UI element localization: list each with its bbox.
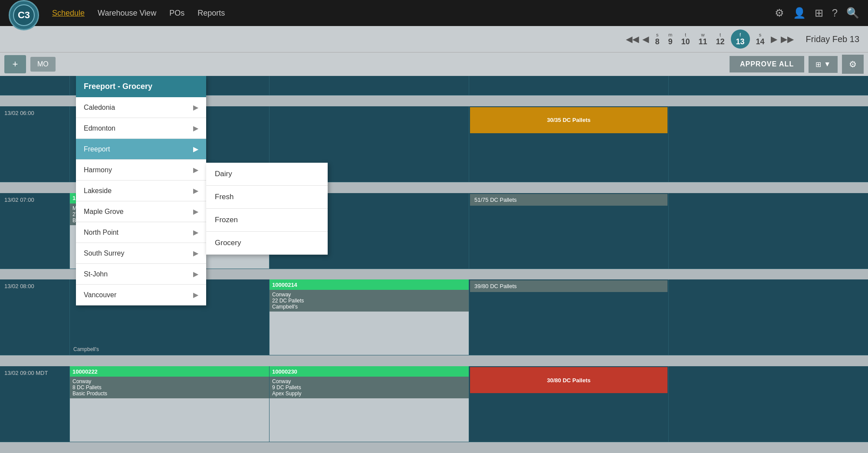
grid-cell-0600-4[interactable] bbox=[668, 106, 868, 182]
time-slot-0900: 13/02 09:00 MDT bbox=[0, 366, 69, 442]
col-header-4 bbox=[668, 76, 868, 95]
grid-cell-0800-3[interactable]: 39/80 DC Pallets bbox=[469, 279, 668, 355]
menu-item-south-surrey[interactable]: South Surrey ▶ bbox=[76, 243, 206, 264]
settings-button[interactable]: ⚙ bbox=[842, 55, 864, 74]
menu-item-lakeside[interactable]: Lakeside ▶ bbox=[76, 181, 206, 201]
add-button[interactable]: + bbox=[4, 55, 26, 73]
menu-item-st-john[interactable]: St-John ▶ bbox=[76, 264, 206, 285]
settings-icon[interactable]: ⚙ bbox=[775, 7, 784, 19]
sub-menu-grocery[interactable]: Grocery bbox=[206, 232, 328, 255]
menu-item-harmony[interactable]: Harmony ▶ bbox=[76, 160, 206, 181]
day-thu-12[interactable]: t 12 bbox=[713, 30, 727, 48]
topbar: C3 Schedule Warehouse View POs Reports ⚙… bbox=[0, 0, 868, 26]
forward-btn[interactable]: ▶ bbox=[771, 34, 777, 44]
arrow-st-john: ▶ bbox=[193, 270, 198, 278]
card-id-0800-2: 10000214 bbox=[270, 279, 469, 290]
nav-reports[interactable]: Reports bbox=[197, 9, 225, 18]
card-body-0900-1: Conway 8 DC Pallets Basic Products bbox=[70, 377, 269, 398]
grid-cell-0800-4[interactable] bbox=[668, 279, 868, 355]
arrow-south-surrey: ▶ bbox=[193, 249, 198, 257]
back-btn[interactable]: ◀ bbox=[642, 34, 649, 44]
menu-item-north-point[interactable]: North Point ▶ bbox=[76, 222, 206, 243]
nav-icons: ⚙ 👤 ⊞ ? 🔍 bbox=[775, 7, 859, 19]
mode-button[interactable]: MO bbox=[30, 57, 56, 72]
sub-menu-frozen[interactable]: Frozen bbox=[206, 209, 328, 232]
grid-cell-0700-3[interactable]: 51/75 DC Pallets bbox=[469, 193, 668, 269]
skip-back-btn[interactable]: ◀◀ bbox=[626, 34, 639, 44]
nav-links: Schedule Warehouse View POs Reports bbox=[52, 9, 225, 18]
arrow-freeport: ▶ bbox=[193, 145, 198, 153]
help-icon[interactable]: ? bbox=[832, 7, 838, 19]
dc-pallets-text-0800: 39/80 DC Pallets bbox=[470, 280, 667, 292]
user-icon[interactable]: 👤 bbox=[793, 7, 806, 19]
grid-icon[interactable]: ⊞ bbox=[815, 7, 823, 19]
nav-warehouse[interactable]: Warehouse View bbox=[98, 9, 156, 18]
arrow-harmony: ▶ bbox=[193, 166, 198, 174]
day-wed-11[interactable]: w 11 bbox=[696, 30, 710, 48]
col-header-2 bbox=[269, 76, 469, 95]
main-content: 13/02 06:00 30/35 DC Pallets 13/02 07:00… bbox=[0, 76, 868, 453]
dc-pallets-text-0700: 51/75 DC Pallets bbox=[470, 194, 667, 206]
day-sat-14[interactable]: s 14 bbox=[753, 30, 767, 48]
card-id-0900-1: 10000222 bbox=[70, 366, 269, 377]
menu-item-edmonton[interactable]: Edmonton ▶ bbox=[76, 118, 206, 139]
grid-cell-0700-4[interactable] bbox=[668, 193, 868, 269]
time-slot-0600: 13/02 06:00 bbox=[0, 106, 69, 182]
app-logo: C3 bbox=[9, 0, 39, 30]
current-date: Friday Feb 13 bbox=[806, 34, 859, 44]
grid-cell-0900-3[interactable]: 30/80 DC Pallets bbox=[469, 366, 668, 442]
skip-forward-btn[interactable]: ▶▶ bbox=[781, 34, 794, 44]
arrow-vancouver: ▶ bbox=[193, 291, 198, 299]
card-body-0800-2: Conway 22 DC Pallets Campbell's bbox=[270, 290, 469, 312]
dc-pallets-red-0900: 30/80 DC Pallets bbox=[470, 367, 667, 393]
day-mon-9[interactable]: m 9 bbox=[665, 30, 675, 48]
logo-inner: C3 bbox=[13, 4, 35, 26]
grid-cell-0900-1[interactable]: 10000222 Conway 8 DC Pallets Basic Produ… bbox=[69, 366, 269, 442]
main-menu: Freeport - Grocery Caledonia ▶ Edmonton … bbox=[76, 76, 206, 305]
grid-view-button[interactable]: ⊞ ▼ bbox=[809, 56, 838, 73]
menu-item-freeport[interactable]: Freeport ▶ bbox=[76, 139, 206, 160]
subheader: ◀◀ ◀ s 8 m 9 t 10 w 11 t 12 f 13 s 14 bbox=[0, 26, 868, 52]
menu-item-vancouver[interactable]: Vancouver ▶ bbox=[76, 285, 206, 305]
schedule-grid: 13/02 06:00 30/35 DC Pallets 13/02 07:00… bbox=[0, 76, 868, 453]
dc-pallets-gold-0600: 30/35 DC Pallets bbox=[470, 107, 667, 133]
nav-schedule[interactable]: Schedule bbox=[52, 9, 85, 18]
arrow-lakeside: ▶ bbox=[193, 187, 198, 195]
arrow-north-point: ▶ bbox=[193, 228, 198, 236]
menu-header: Freeport - Grocery bbox=[76, 76, 206, 97]
day-fri-13[interactable]: f 13 bbox=[731, 30, 750, 49]
time-header bbox=[0, 76, 69, 95]
sub-menu-dairy[interactable]: Dairy bbox=[206, 163, 328, 186]
menu-item-maple-grove[interactable]: Maple Grove ▶ bbox=[76, 201, 206, 222]
grid-cell-0900-4[interactable] bbox=[668, 366, 868, 442]
card-id-0900-2: 10000230 bbox=[270, 366, 469, 377]
approve-all-button[interactable]: APPROVE ALL bbox=[730, 56, 804, 72]
search-icon[interactable]: 🔍 bbox=[846, 7, 859, 19]
toolbar: + MO APPROVE ALL ⊞ ▼ ⚙ bbox=[0, 52, 868, 76]
day-tue-10[interactable]: t 10 bbox=[678, 30, 692, 48]
col-header-3 bbox=[469, 76, 668, 95]
menu-item-caledonia[interactable]: Caledonia ▶ bbox=[76, 97, 206, 118]
arrow-maple-grove: ▶ bbox=[193, 207, 198, 216]
time-slot-0700: 13/02 07:00 bbox=[0, 193, 69, 269]
day-sat-8[interactable]: s 8 bbox=[652, 30, 662, 48]
sub-menu-fresh[interactable]: Fresh bbox=[206, 186, 328, 209]
dropdown-arrow: ▼ bbox=[824, 60, 831, 68]
time-slot-0800: 13/02 08:00 bbox=[0, 279, 69, 355]
sub-menu-freeport: Dairy Fresh Frozen Grocery bbox=[206, 163, 328, 255]
grid-cell-0800-2[interactable]: 10000214 Conway 22 DC Pallets Campbell's bbox=[269, 279, 469, 355]
grid-icon-small: ⊞ bbox=[815, 60, 821, 69]
arrow-caledonia: ▶ bbox=[193, 103, 198, 112]
card-body-0900-2: Conway 9 DC Pallets Apex Supply bbox=[270, 377, 469, 398]
grid-cell-0900-2[interactable]: 10000230 Conway 9 DC Pallets Apex Supply bbox=[269, 366, 469, 442]
arrow-edmonton: ▶ bbox=[193, 124, 198, 132]
nav-pos[interactable]: POs bbox=[169, 9, 184, 18]
date-nav: ◀◀ ◀ s 8 m 9 t 10 w 11 t 12 f 13 s 14 bbox=[626, 30, 859, 49]
grid-cell-0600-3[interactable]: 30/35 DC Pallets bbox=[469, 106, 668, 182]
